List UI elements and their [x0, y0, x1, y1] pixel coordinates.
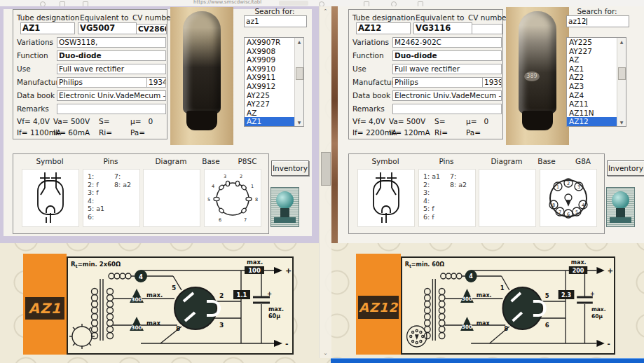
svg-text:3: 3: [219, 322, 224, 329]
page-scroll-up-icon[interactable]: ⌃: [320, 8, 331, 15]
svg-text:7: 7: [559, 210, 561, 215]
svg-text:2: 2: [567, 181, 570, 186]
remarks-field[interactable]: [392, 104, 502, 114]
spec-ik: Ik= 120mA: [389, 128, 430, 137]
equivalent-label: Equivalent to: [416, 13, 465, 22]
function-field[interactable]: Duo-diode: [392, 50, 502, 61]
site-logo-stamp: [606, 187, 635, 227]
list-item[interactable]: AZ: [567, 55, 617, 64]
list-item[interactable]: AY225: [567, 38, 617, 47]
circuit-sheet: Rt=min. 2x60Ω max. max. max + max. 60µ +…: [67, 256, 294, 355]
svg-text:max.: max.: [571, 259, 587, 266]
circuit-diagram: Rt=min. 60Ω max. max. max + max. 60µ + -…: [402, 258, 614, 353]
list-item[interactable]: AZ2: [567, 73, 617, 82]
svg-text:3: 3: [577, 184, 580, 190]
az1-datasheet-card: AZ1: [23, 254, 294, 355]
list-item[interactable]: AZ11N: [567, 109, 617, 118]
svg-text:300: 300: [462, 296, 472, 302]
inventory-button[interactable]: Inventory: [607, 160, 644, 176]
list-item[interactable]: AY227: [567, 47, 617, 56]
circuit-diagram: Rt=min. 2x60Ω max. max. max + max. 60µ +…: [68, 258, 292, 353]
spec-row-1: Vf= 4,0V Va= 500V S= µ= 0: [352, 117, 500, 125]
svg-text:4: 4: [582, 203, 584, 208]
tube-glass: [519, 11, 556, 114]
svg-text:60µ: 60µ: [268, 313, 280, 320]
svg-text:+: +: [267, 290, 272, 297]
pins-box: 1: a1 2: 3: 4: 5: f 6: f 7: 8: a2: [418, 169, 476, 227]
svg-text:300: 300: [462, 324, 472, 330]
base-label: Base: [533, 157, 561, 165]
pin-entry: 8: a2: [450, 181, 467, 189]
tube-data-panel: Tube designation Equivalent to CV number…: [348, 9, 503, 139]
use-field[interactable]: Full wave rectifier: [392, 64, 502, 74]
scroll-thumb[interactable]: [618, 67, 626, 80]
symbol-box: [357, 169, 415, 227]
scroll-down-icon[interactable]: ▼: [617, 119, 626, 125]
pin-entry: 4:: [423, 197, 440, 205]
variations-field[interactable]: M2462-902C: [392, 37, 502, 48]
remarks-label: Remarks: [352, 104, 385, 113]
svg-text:+: +: [285, 266, 292, 275]
pin-entry: 1: a1: [423, 172, 440, 181]
svg-text:300: 300: [131, 324, 142, 331]
spec-s: S=: [434, 117, 445, 125]
diagram-box: [479, 169, 536, 227]
svg-text:max.: max.: [268, 306, 284, 313]
spec-pa: Pa=: [466, 128, 481, 137]
circuit-sheet: Rt=min. 60Ω max. max. max + max. 60µ + -…: [401, 256, 615, 355]
svg-text:-: -: [285, 339, 289, 348]
screen: https://www.smscdwisc/tabl Tube designat…: [0, 0, 644, 363]
svg-text:8: 8: [552, 203, 555, 208]
svg-text:2: 2: [219, 292, 224, 299]
svg-text:max.: max.: [477, 292, 492, 299]
tube-list[interactable]: AY225 AY227 AZ AZ1 AZ2 AZ3 AZ4 AZ11 AZ11…: [566, 37, 626, 127]
svg-text:5: 5: [575, 210, 578, 215]
lightbulb-icon: [612, 191, 629, 209]
pin-entry: 7:: [450, 172, 467, 181]
page-scroll-thumb[interactable]: [321, 152, 331, 186]
svg-text:+: +: [590, 290, 595, 297]
designation-field[interactable]: AZ12: [356, 22, 411, 34]
svg-text:max.: max.: [247, 259, 263, 266]
svg-text:60µ: 60µ: [591, 313, 603, 320]
svg-text:max: max: [146, 320, 161, 327]
svg-text:-: -: [608, 339, 610, 348]
designation-label: Tube designation: [352, 13, 415, 22]
svg-text:300: 300: [131, 296, 142, 303]
svg-text:8: 8: [504, 325, 508, 332]
search-input-value: az12: [568, 17, 586, 25]
databook-field[interactable]: Electronic Univ.VadeMecum -94: [392, 90, 502, 101]
use-label: Use: [352, 64, 366, 73]
svg-text:5: 5: [172, 285, 176, 292]
pinout-panel: Symbol Pins Diagram Base G8A: [348, 153, 605, 234]
list-item[interactable]: AZ4: [567, 91, 617, 100]
search-label: Search for:: [566, 7, 628, 15]
lightbulb-ring: [610, 217, 631, 223]
spec-mu: µ= 0: [466, 117, 488, 125]
svg-text:1: 1: [500, 285, 505, 292]
cv-field[interactable]: [472, 24, 502, 34]
page-scroll-down-icon[interactable]: ⌄: [320, 350, 331, 357]
year-field[interactable]: 1939: [482, 77, 502, 88]
search-input[interactable]: az12: [566, 15, 629, 27]
svg-text:200: 200: [573, 267, 584, 274]
text-caret: [587, 18, 587, 25]
function-label: Function: [352, 51, 384, 60]
scroll-up-icon[interactable]: ▲: [617, 39, 626, 45]
pin-entry: 3:: [423, 189, 440, 197]
list-item[interactable]: AZ1: [567, 64, 617, 74]
base-g8a-drawing: 1 2 3 4 5 6 7 8: [540, 170, 596, 226]
spec-va: Va= 500V: [389, 117, 425, 125]
equivalent-field[interactable]: VG3116: [413, 22, 472, 34]
base-type: G8A: [568, 157, 598, 165]
pins-label: Pins: [418, 157, 474, 165]
list-item[interactable]: AZ11: [567, 100, 617, 109]
page-scrollbar[interactable]: ⌃ ⌄: [319, 6, 331, 358]
list-item[interactable]: AZ3: [567, 82, 617, 91]
list-item-selected[interactable]: AZ12: [567, 117, 617, 126]
tube-name-label: AZ12: [358, 296, 399, 319]
list-scrollbar[interactable]: ▲ ▼: [617, 38, 626, 126]
rt-label: Rt=min. 60Ω: [405, 261, 444, 268]
manufacturer-field[interactable]: Philips: [392, 77, 484, 88]
rt-label: Rt=min. 2x60Ω: [71, 261, 121, 269]
